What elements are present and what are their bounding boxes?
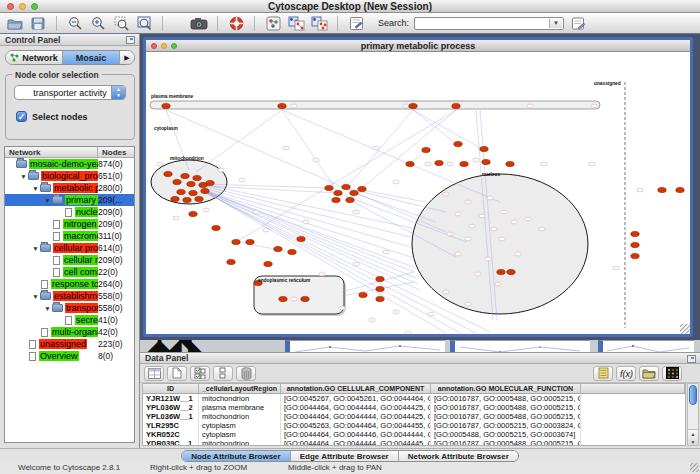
load-attributes-icon[interactable] — [639, 366, 659, 381]
zoom-fit-icon[interactable] — [135, 15, 153, 31]
node-selected-orange — [658, 187, 666, 192]
save-session-icon[interactable] — [29, 15, 47, 31]
background-window-fragment[interactable] — [285, 340, 445, 352]
tree-row-nucleobase[interactable]: nucleobase-209(0) — [5, 206, 134, 218]
tree-row-response-to-stimulu[interactable]: response to stimulu264(0) — [5, 278, 134, 290]
annotation-icon[interactable] — [347, 15, 365, 31]
view-minimize-button[interactable] — [161, 43, 167, 49]
network-from-selection-icon[interactable] — [287, 15, 305, 31]
node-selected-orange — [278, 103, 286, 108]
float-panel-icon[interactable] — [126, 36, 135, 44]
column-header-annotation-go-molecular-function[interactable]: annotation.GO MOLECULAR_FUNCTION — [431, 384, 581, 393]
tree-row-macromolecule[interactable]: macromolecule311(0) — [5, 230, 134, 242]
search-input[interactable] — [415, 18, 545, 29]
help-icon[interactable] — [227, 15, 245, 31]
table-row[interactable]: YJR121W__1mitochondrion[GO:0045267, GO:0… — [143, 394, 685, 403]
export-image-icon[interactable] — [190, 15, 208, 31]
column-header-id[interactable]: ID — [143, 384, 199, 393]
tree-row-metabolic-process[interactable]: ▼metabolic process280(0) — [5, 182, 134, 194]
tree-col-network[interactable]: Network — [9, 148, 41, 157]
column-header-annotation-go-cellular-component[interactable]: annotation.GO CELLULAR_COMPONENT — [281, 384, 431, 393]
tree-row-overview[interactable]: Overview8(0) — [5, 350, 134, 362]
expand-triangle-icon[interactable]: ▼ — [31, 245, 40, 252]
node-small — [403, 104, 409, 108]
function-builder-icon[interactable]: f(x) — [616, 366, 636, 381]
expand-triangle-icon[interactable]: ▼ — [19, 173, 28, 180]
tab-overflow-arrow[interactable]: ▶ — [120, 51, 134, 64]
tree-row-nitrogen-compo[interactable]: nitrogen compo209(0) — [5, 218, 134, 230]
view-close-button[interactable] — [151, 43, 157, 49]
data-panel-toolbar: f(x) — [140, 364, 700, 383]
destroy-network-icon[interactable] — [310, 15, 328, 31]
node-selected-orange — [206, 180, 214, 185]
tree-row-transport[interactable]: ▼transport558(0) — [5, 302, 134, 314]
unselect-all-attributes-icon[interactable] — [213, 366, 233, 381]
open-session-icon[interactable] — [6, 15, 24, 31]
scrollbar-thumb[interactable] — [689, 385, 697, 405]
tab-mosaic[interactable]: Mosaic — [63, 51, 120, 64]
search-dropdown-arrow[interactable]: ▼ — [549, 19, 562, 28]
vizmapper-icon[interactable] — [264, 15, 282, 31]
select-attributes-icon[interactable] — [144, 366, 164, 381]
table-cell: [GO:0016787, GO:0005488, GO:0005215, G..… — [431, 394, 581, 403]
tab-edge-attribute-browser[interactable]: Edge Attribute Browser — [291, 451, 399, 461]
node-selected-orange — [480, 146, 488, 151]
float-data-panel-icon[interactable] — [687, 355, 696, 363]
file-icon — [29, 340, 36, 349]
tree-row-primary-metabo[interactable]: ▼primary metabo209(... — [5, 194, 134, 206]
background-window-fragment[interactable] — [450, 340, 590, 352]
tree-row-unassigned[interactable]: unassigned223(0) — [5, 338, 134, 350]
tree-row-biological-process[interactable]: ▼biological_process651(0) — [5, 170, 134, 182]
table-cell: YJR121W__1 — [143, 394, 199, 403]
tree-row-cellular-process[interactable]: ▼cellular process614(0) — [5, 242, 134, 254]
select-all-attributes-icon[interactable] — [190, 366, 210, 381]
import-attributes-icon[interactable] — [593, 366, 613, 381]
zoom-selected-icon[interactable] — [112, 15, 130, 31]
expand-triangle-icon[interactable]: ▼ — [43, 197, 52, 204]
table-row[interactable]: YPL036W__1mitochondrion[GO:0044464, GO:0… — [143, 412, 685, 421]
tree-row-cellular-metabo[interactable]: cellular metabo209(0) — [5, 254, 134, 266]
expand-triangle-icon[interactable]: ▼ — [43, 305, 52, 312]
background-window-fragment[interactable] — [598, 340, 694, 352]
create-attribute-icon[interactable] — [167, 366, 187, 381]
table-row[interactable]: YDR039C__1mitochondrion[GO:0044464, GO:0… — [143, 439, 685, 446]
table-cell: mitochondrion — [199, 412, 281, 421]
scrollbar-arrows[interactable]: ▲▼ — [688, 429, 698, 445]
node-selected-orange — [187, 181, 195, 186]
edge — [204, 191, 418, 284]
network-graph[interactable]: plasma membranecytoplasmmitochondrionnuc… — [146, 52, 690, 334]
tree-row-cell-communicat[interactable]: cell communicat22(0) — [5, 266, 134, 278]
zoom-in-icon[interactable] — [89, 15, 107, 31]
delete-attribute-icon[interactable] — [236, 366, 256, 381]
tree-row-mosaic-demo-yeast[interactable]: mosaic-demo-yeast874(0) — [5, 158, 134, 170]
view-resize-grip[interactable] — [680, 324, 690, 334]
select-nodes-checkbox[interactable]: ✓ — [16, 111, 27, 122]
node-selected-orange — [171, 196, 179, 201]
expand-triangle-icon[interactable]: ▼ — [31, 293, 40, 300]
tree-row-secretion[interactable]: secretion41(0) — [5, 314, 134, 326]
tree-col-nodes[interactable]: Nodes — [102, 148, 126, 157]
tab-network[interactable]: Network — [6, 51, 63, 64]
zoom-out-icon[interactable] — [66, 15, 84, 31]
tab-network-attribute-browser[interactable]: Network Attribute Browser — [399, 451, 518, 461]
node-small — [499, 237, 505, 241]
tree-row-multi-organism-pro[interactable]: multi-organism pro42(0) — [5, 326, 134, 338]
node-selected-orange — [227, 259, 235, 264]
network-canvas[interactable]: plasma membranecytoplasmmitochondrionnuc… — [146, 52, 690, 334]
node-color-dropdown[interactable]: transporter activity ▲▼ — [14, 85, 126, 100]
tree-row-establishment-of-lo[interactable]: ▼establishment of lo558(0) — [5, 290, 134, 302]
color-mapping-icon[interactable] — [662, 366, 682, 381]
window-resize-grip[interactable] — [690, 463, 699, 472]
view-zoom-button[interactable] — [171, 43, 177, 49]
table-row[interactable]: YKR052Ccytoplasm[GO:0044464, GO:0044446,… — [143, 430, 685, 439]
tab-node-attribute-browser[interactable]: Node Attribute Browser — [182, 451, 291, 461]
column-header-cellularlayoutregion[interactable]: _cellularLayoutRegion — [199, 384, 281, 393]
node-selected-orange — [332, 197, 340, 202]
table-row[interactable]: YPL036W__2plasma membrane[GO:0044464, GO… — [143, 403, 685, 412]
expand-triangle-icon[interactable]: ▼ — [31, 185, 40, 192]
configure-search-icon[interactable] — [569, 15, 587, 31]
select-nodes-label: Select nodes — [32, 112, 88, 122]
table-scrollbar[interactable]: ▲▼ — [687, 383, 699, 446]
table-row[interactable]: YLR295Ccytoplasm[GO:0045263, GO:0044464,… — [143, 421, 685, 430]
network-window-titlebar[interactable]: primary metabolic process — [146, 40, 690, 52]
